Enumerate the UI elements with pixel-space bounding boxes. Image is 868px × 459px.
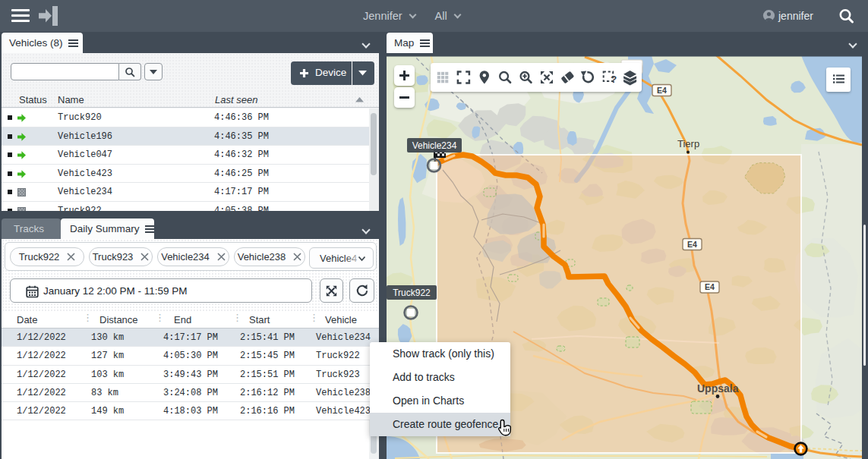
svg-text:Uppsala: Uppsala — [697, 382, 739, 395]
svg-text:Truck922: Truck922 — [393, 288, 431, 298]
svg-text:E4: E4 — [705, 282, 715, 291]
svg-text:Vehicle234: Vehicle234 — [412, 140, 457, 151]
svg-text:E4: E4 — [657, 86, 667, 95]
svg-text:Tierp: Tierp — [677, 138, 699, 149]
svg-text:?: ? — [611, 74, 617, 85]
svg-text:E4: E4 — [687, 240, 697, 249]
